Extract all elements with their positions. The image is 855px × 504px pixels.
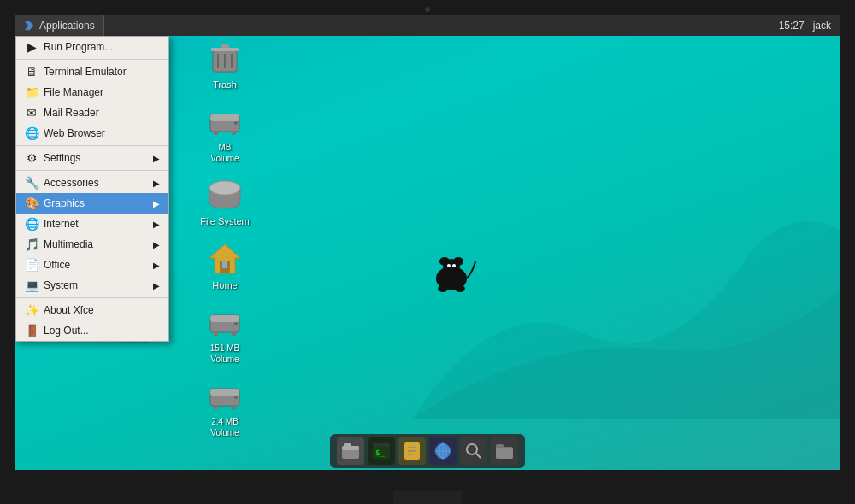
menu-file-manager-label: File Manager (44, 86, 103, 98)
browser-icon: 🌐 (25, 126, 38, 140)
menu-item-graphics[interactable]: 🎨 Graphics ▶ (16, 193, 168, 214)
graphics-icon: 🎨 (25, 196, 38, 210)
dock-search-icon (463, 441, 484, 461)
menu-item-office[interactable]: 📄 Office ▶ (16, 255, 168, 275)
menu-item-multimedia[interactable]: 🎵 Multimedia ▶ (16, 234, 168, 255)
desktop-icon-home[interactable]: Home (195, 242, 255, 291)
xfce-logo-icon (24, 20, 36, 32)
svg-rect-50 (232, 132, 236, 135)
menu-separator-1 (16, 59, 168, 60)
dock-notes-icon (402, 441, 422, 461)
graphics-arrow-icon: ▶ (153, 199, 160, 208)
icons-column-3: Trash MBVolume File System (195, 41, 255, 438)
svg-text:$_: $_ (375, 448, 385, 457)
svg-point-52 (209, 181, 240, 195)
svg-rect-78 (373, 443, 390, 447)
clock: 15:27 (779, 20, 805, 32)
dock-item-folder[interactable] (491, 437, 518, 465)
menu-item-run-program[interactable]: ▶ Run Program... (16, 37, 168, 57)
office-arrow-icon: ▶ (153, 261, 160, 270)
mouse-cursor-illustration (426, 255, 477, 297)
about-icon: ✨ (25, 303, 38, 317)
svg-rect-76 (344, 443, 351, 447)
volume-151mb-icon (208, 305, 242, 339)
system-icon: 💻 (25, 278, 38, 292)
taskbar-bottom: $_ (15, 432, 840, 470)
run-program-icon: ▶ (25, 40, 38, 54)
dock-item-notes[interactable] (398, 437, 426, 465)
dock-files-icon (340, 441, 361, 461)
menu-item-accessories[interactable]: 🔧 Accessories ▶ (16, 173, 168, 193)
applications-menu-button[interactable]: Applications (15, 15, 104, 36)
file-system-label: File System (200, 215, 249, 227)
svg-rect-42 (221, 44, 229, 48)
menu-item-file-manager[interactable]: 📁 File Manager (16, 82, 168, 103)
desktop-icon-trash[interactable]: Trash (195, 41, 255, 91)
file-system-icon (208, 178, 242, 212)
dock: $_ (330, 434, 525, 468)
volume-151mb-label: 151 MBVolume (210, 343, 239, 365)
desktop-icon-file-system[interactable]: File System (195, 178, 255, 227)
volume-mb2-icon (208, 104, 242, 138)
internet-icon: 🌐 (25, 217, 38, 231)
menu-logout-label: Log Out... (44, 325, 89, 337)
menu-item-web-browser[interactable]: 🌐 Web Browser (16, 123, 168, 144)
menu-item-about-xfce[interactable]: ✨ About Xfce (16, 300, 168, 320)
volume-24mb-icon (208, 378, 242, 413)
menu-separator-2 (16, 145, 168, 146)
settings-icon: ⚙ (25, 151, 38, 165)
desktop-icon-volume-24mb[interactable]: 2.4 MBVolume (195, 378, 255, 438)
desktop-icon-volume-151mb[interactable]: 151 MBVolume (195, 305, 255, 365)
dock-item-file-manager[interactable] (337, 437, 364, 465)
monitor-stand (393, 491, 462, 504)
terminal-icon: 🖥 (25, 65, 38, 79)
svg-point-73 (455, 285, 465, 292)
menu-about-label: About Xfce (44, 304, 94, 316)
accessories-icon: 🔧 (25, 176, 38, 190)
monitor-bezel: Applications 15:27 jack ▶ Run Program...… (0, 0, 855, 504)
home-icon (208, 242, 242, 276)
menu-office-label: Office (44, 259, 70, 271)
menu-accessories-label: Accessories (44, 177, 99, 189)
logout-icon: 🚪 (25, 324, 38, 337)
settings-arrow-icon: ▶ (153, 154, 160, 163)
menu-run-program-label: Run Program... (44, 41, 113, 53)
svg-point-71 (452, 264, 456, 267)
desktop-icon-volume-mb2[interactable]: MBVolume (195, 104, 255, 164)
internet-arrow-icon: ▶ (153, 220, 160, 229)
dock-item-browser[interactable] (429, 437, 457, 465)
svg-point-48 (234, 121, 238, 125)
dock-browser-icon (433, 441, 453, 461)
screen: Applications 15:27 jack ▶ Run Program...… (15, 15, 840, 470)
svg-rect-62 (210, 389, 239, 396)
menu-item-mail-reader[interactable]: ✉ Mail Reader (16, 103, 168, 123)
menu-item-settings[interactable]: ⚙ Settings ▶ (16, 148, 168, 168)
svg-rect-49 (214, 132, 218, 135)
menu-item-internet[interactable]: 🌐 Internet ▶ (16, 214, 168, 234)
trash-icon (208, 41, 242, 75)
applications-label: Applications (39, 20, 95, 32)
menu-multimedia-label: Multimedia (44, 238, 93, 250)
menu-browser-label: Web Browser (44, 127, 105, 139)
applications-menu: ▶ Run Program... 🖥 Terminal Emulator 📁 F… (15, 36, 169, 342)
svg-rect-59 (214, 332, 218, 336)
dock-item-terminal[interactable]: $_ (368, 437, 395, 465)
svg-rect-47 (210, 114, 239, 121)
menu-internet-label: Internet (44, 218, 79, 230)
system-arrow-icon: ▶ (153, 281, 160, 290)
volume-mb2-label: MBVolume (210, 142, 239, 164)
menu-item-system[interactable]: 💻 System ▶ (16, 275, 168, 296)
home-label: Home (212, 279, 237, 291)
menu-graphics-label: Graphics (44, 197, 85, 209)
file-manager-icon: 📁 (25, 85, 38, 99)
menu-settings-label: Settings (44, 152, 80, 164)
taskbar-right: 15:27 jack (779, 20, 840, 32)
dock-item-search[interactable] (460, 437, 487, 465)
svg-point-58 (234, 322, 238, 325)
svg-rect-65 (232, 406, 236, 409)
camera-dot (425, 7, 430, 12)
menu-item-terminal[interactable]: 🖥 Terminal Emulator (16, 62, 168, 82)
menu-separator-3 (16, 170, 168, 171)
menu-terminal-label: Terminal Emulator (44, 66, 127, 78)
menu-item-log-out[interactable]: 🚪 Log Out... (16, 320, 168, 341)
